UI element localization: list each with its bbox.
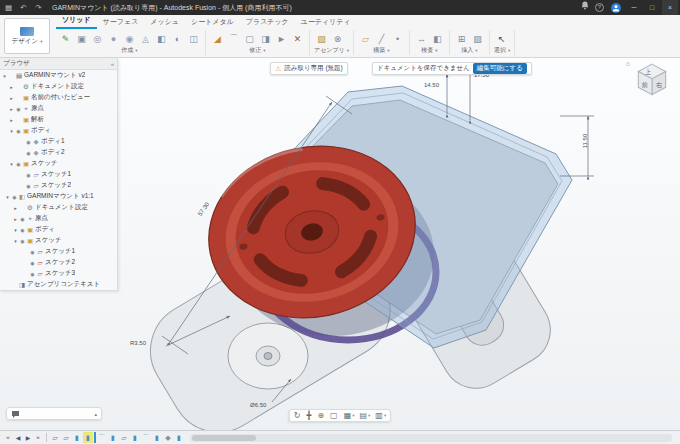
pan-icon[interactable]: ╋: [307, 411, 313, 420]
visibility-eye-icon[interactable]: ◉: [19, 216, 26, 222]
user-avatar[interactable]: [611, 3, 621, 13]
browser-row[interactable]: ◉ ◆ ボディ1: [0, 136, 117, 147]
group-label-insert[interactable]: 挿入 ▾: [454, 46, 485, 55]
visibility-eye-icon[interactable]: ◉: [15, 106, 22, 112]
ribbon-tab[interactable]: シートメタル: [185, 17, 240, 29]
group-label-modify[interactable]: 修正 ▾: [210, 46, 305, 55]
browser-row[interactable]: ◉ ◨ アセンブリコンテキスト: [0, 279, 117, 290]
construction-plane-icon[interactable]: ▱: [358, 31, 373, 46]
timeline-feature-icon[interactable]: ▮: [83, 432, 93, 443]
step-back-button[interactable]: ◀: [13, 434, 23, 441]
construction-point-icon[interactable]: •: [390, 31, 405, 46]
canvas-viewport[interactable]: 57.30 14.50 17.50 11.50 R3.50 Ø6.50 ⚠ 読み…: [0, 58, 680, 430]
coil-icon[interactable]: ◬: [138, 31, 153, 46]
zoom-icon[interactable]: ⊕: [317, 411, 325, 420]
timeline-feature-icon[interactable]: ▮: [152, 432, 162, 443]
insert-mesh-icon[interactable]: ⊞: [454, 31, 469, 46]
viewports-icon[interactable]: ▥ ▾: [375, 411, 386, 420]
group-label-inspect[interactable]: 検査 ▾: [414, 46, 445, 55]
box-icon[interactable]: ▣: [74, 31, 89, 46]
timeline-feature-icon[interactable]: ▱: [119, 432, 129, 443]
visibility-eye-icon[interactable]: ◉: [19, 238, 26, 244]
browser-row[interactable]: ◉ ▱ スケッチ1: [0, 169, 117, 180]
disclosure-arrow-icon[interactable]: ▸: [12, 205, 19, 211]
workspace-switcher[interactable]: デザイン ▾: [4, 18, 50, 54]
loft-icon[interactable]: ◫: [186, 31, 201, 46]
timeline-scrollbar[interactable]: [190, 434, 672, 442]
redo-icon[interactable]: ↷: [32, 0, 45, 15]
disclosure-arrow-icon[interactable]: ▸: [12, 216, 19, 222]
browser-row[interactable]: ▸ ◉ ⚙ ドキュメント設定: [0, 202, 117, 213]
visibility-eye-icon[interactable]: ◉: [25, 183, 32, 189]
visibility-eye-icon[interactable]: ◉: [29, 249, 36, 255]
ribbon-tab[interactable]: サーフェス: [97, 17, 145, 29]
collapse-panel-icon[interactable]: «: [111, 61, 114, 67]
construction-axis-icon[interactable]: ╱: [374, 31, 389, 46]
browser-row[interactable]: ▾ ◉ ▣ ボディ: [0, 125, 117, 136]
visibility-eye-icon[interactable]: ◉: [29, 260, 36, 266]
home-icon[interactable]: ⌂: [626, 60, 630, 67]
browser-row[interactable]: ▸ ◉ ▣ 名前の付いたビュー: [0, 92, 117, 103]
viewcube[interactable]: ⌂ 上 前 右: [629, 61, 675, 101]
shell-icon[interactable]: ▢: [242, 31, 257, 46]
disclosure-arrow-icon[interactable]: ▾: [1, 73, 8, 79]
sphere-icon[interactable]: ●: [106, 31, 121, 46]
browser-row[interactable]: ◉ ▱ スケッチ1: [0, 246, 117, 257]
comments-bar[interactable]: ▴: [6, 407, 102, 420]
group-label-construct[interactable]: 構築 ▾: [358, 46, 405, 55]
disclosure-arrow-icon[interactable]: ▸: [8, 117, 15, 123]
visibility-eye-icon[interactable]: ◉: [25, 150, 32, 156]
disclosure-arrow-icon[interactable]: ▸: [8, 106, 15, 112]
new-component-icon[interactable]: ▧: [314, 31, 329, 46]
fit-icon[interactable]: ▢: [330, 411, 339, 420]
disclosure-arrow-icon[interactable]: ▾: [8, 161, 15, 167]
visibility-eye-icon[interactable]: ◉: [29, 271, 36, 277]
timeline-feature-icon[interactable]: [94, 432, 96, 443]
browser-row[interactable]: ▸ ◉ ⚙ ドキュメント設定: [0, 81, 117, 92]
browser-row[interactable]: ▸ ◉ ⌖ 原点: [0, 213, 117, 224]
cylinder-icon[interactable]: ◎: [90, 31, 105, 46]
go-to-end-button[interactable]: »: [33, 434, 43, 441]
undo-icon[interactable]: ↶: [17, 0, 30, 15]
grid-snap-icon[interactable]: ▤ ▾: [359, 411, 370, 420]
combine-icon[interactable]: ◨: [258, 31, 273, 46]
expand-panel-icon[interactable]: ▴: [94, 411, 97, 417]
ribbon-tab[interactable]: メッシュ: [144, 17, 185, 29]
notification-bell-icon[interactable]: [578, 0, 591, 15]
timeline-feature-icon[interactable]: ▮: [108, 432, 118, 443]
create-sketch-icon[interactable]: ✎: [58, 31, 73, 46]
data-panel-toggle-icon[interactable]: ▦: [2, 0, 15, 15]
help-icon[interactable]: ?: [595, 3, 604, 12]
ribbon-tab[interactable]: プラスチック: [240, 17, 295, 29]
visibility-eye-icon[interactable]: ◉: [15, 128, 22, 134]
extrude-icon[interactable]: ◧: [154, 31, 169, 46]
disclosure-arrow-icon[interactable]: ▸: [8, 84, 15, 90]
timeline-feature-icon[interactable]: ▮: [174, 432, 184, 443]
press-pull-icon[interactable]: ◢: [210, 31, 225, 46]
browser-row[interactable]: ▸ ◉ ⌖ 原点: [0, 103, 117, 114]
browser-row[interactable]: ◉ ▱ スケッチ3: [0, 268, 117, 279]
display-settings-icon[interactable]: ▦ ▾: [344, 411, 355, 420]
browser-row[interactable]: ▾ ◉ ▣ ボディ: [0, 224, 117, 235]
disclosure-arrow-icon[interactable]: ▾: [12, 227, 19, 233]
group-label-create[interactable]: 作成 ▾: [58, 46, 201, 55]
minimize-button[interactable]: ─: [626, 0, 642, 15]
timeline-feature-icon[interactable]: ▮: [130, 432, 140, 443]
timeline-feature-icon[interactable]: ▱: [61, 432, 71, 443]
browser-row[interactable]: ▾ ◉ ▣ スケッチ: [0, 235, 117, 246]
torus-icon[interactable]: ◉: [122, 31, 137, 46]
revolve-icon[interactable]: ◐: [170, 31, 185, 46]
scrollbar-thumb[interactable]: [192, 435, 256, 441]
browser-row[interactable]: ◉ ▱ スケッチ2: [0, 257, 117, 268]
delete-icon[interactable]: ✕: [290, 31, 305, 46]
disclosure-arrow-icon[interactable]: ▸: [8, 95, 15, 101]
section-analysis-icon[interactable]: ◧: [430, 31, 445, 46]
measure-icon[interactable]: ↔: [414, 31, 429, 46]
orbit-icon[interactable]: ↻: [294, 411, 302, 420]
browser-row[interactable]: ▾ ◉ ▤ GARMINマウント v2: [0, 70, 117, 81]
decal-icon[interactable]: ▨: [470, 31, 485, 46]
fillet-icon[interactable]: ⌒: [226, 31, 241, 46]
timeline-feature-icon[interactable]: ⌒: [141, 432, 151, 443]
go-to-start-button[interactable]: «: [3, 434, 13, 441]
visibility-eye-icon[interactable]: ◉: [11, 194, 18, 200]
